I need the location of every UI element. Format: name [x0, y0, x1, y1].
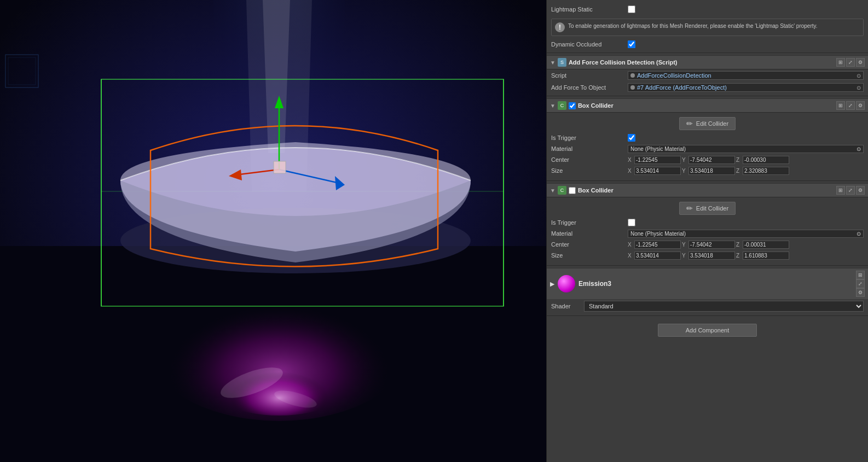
box1-size-y-input[interactable] — [688, 167, 735, 175]
add-force-script-header[interactable]: ▼ S Add Force Collision Detection (Scrip… — [547, 55, 868, 69]
box1-center-y-input[interactable] — [688, 156, 735, 164]
box2-enabled-checkbox[interactable] — [569, 187, 576, 194]
shader-label: Shader — [551, 303, 584, 309]
box2-center-xyz: X Y Z — [628, 241, 864, 249]
box2-material-dropdown[interactable]: None (Physic Material) ⊙ — [628, 230, 864, 238]
box1-center-xyz: X Y Z — [628, 156, 864, 164]
emission3-settings-btn[interactable]: ⚙ — [856, 288, 865, 297]
emission3-title: Emission3 — [578, 280, 853, 288]
box1-material-settings[interactable]: ⊙ — [857, 146, 861, 152]
box1-collider-body: ✏ Edit Collider Is Trigger Material None… — [547, 113, 868, 178]
add-force-script-section: ▼ S Add Force Collision Detection (Scrip… — [547, 53, 868, 96]
box1-center-z-input[interactable] — [743, 156, 789, 164]
box2-size-x-label: X — [628, 253, 633, 259]
box2-size-y-input[interactable] — [688, 252, 735, 260]
box2-size-x-item: X — [628, 252, 681, 260]
script-header-buttons: ⊞ ⤢ ⚙ — [836, 58, 865, 67]
emission3-header-buttons: ⊞ ⤢ ⚙ — [856, 271, 865, 297]
box2-size-row: Size X Y Z — [547, 250, 868, 261]
box2-size-y-label: Y — [682, 253, 687, 259]
box-collider-2-title: Box Collider — [578, 187, 834, 194]
box1-settings-btn[interactable]: ⚙ — [856, 101, 865, 110]
box1-is-trigger-checkbox[interactable] — [628, 134, 635, 142]
box1-size-label: Size — [551, 167, 628, 174]
box1-enabled-checkbox[interactable] — [569, 102, 576, 109]
box1-material-label: Material — [551, 145, 628, 152]
script-dot — [630, 73, 635, 78]
add-force-dot — [630, 85, 635, 90]
emission3-save-btn[interactable]: ⊞ — [856, 271, 865, 279]
box1-size-z-label: Z — [736, 168, 742, 174]
box2-center-z-label: Z — [736, 242, 742, 248]
box1-edit-collider-btn[interactable]: ✏ Edit Collider — [679, 117, 736, 130]
emission3-collapse-arrow[interactable]: ▶ — [550, 280, 554, 288]
pencil-icon-1: ✏ — [686, 119, 693, 128]
box1-center-x-input[interactable] — [634, 156, 681, 164]
box1-edit-label: Edit Collider — [696, 120, 728, 127]
box2-is-trigger-row: Is Trigger — [547, 217, 868, 228]
box2-edit-collider-btn[interactable]: ✏ Edit Collider — [679, 202, 736, 215]
add-force-settings-cross[interactable]: ⊙ — [857, 85, 861, 91]
box1-size-z-input[interactable] — [743, 167, 789, 175]
emission3-header[interactable]: ▶ Emission3 ⊞ ⤢ ⚙ — [547, 268, 868, 299]
box2-center-y-item: Y — [682, 241, 735, 249]
box2-center-z-input[interactable] — [743, 241, 789, 249]
box2-save-btn[interactable]: ⊞ — [836, 186, 845, 195]
add-force-value-field[interactable]: #7 AddForce (AddForceToObject) ⊙ — [628, 83, 864, 92]
shader-dropdown[interactable]: Standard — [584, 301, 864, 312]
box2-expand-btn[interactable]: ⤢ — [846, 186, 855, 195]
box2-settings-btn[interactable]: ⚙ — [856, 186, 865, 195]
box2-center-row: Center X Y Z — [547, 239, 868, 250]
box2-is-trigger-checkbox[interactable] — [628, 219, 635, 226]
box1-center-x-label: X — [628, 157, 633, 163]
box1-material-row: Material None (Physic Material) ⊙ — [547, 143, 868, 154]
box2-edit-collider-row: ✏ Edit Collider — [547, 200, 868, 217]
box2-collider-icon: C — [558, 186, 566, 195]
info-icon: ! — [555, 22, 565, 32]
script-expand-btn[interactable]: ⤢ — [846, 58, 855, 67]
box1-center-y-item: Y — [682, 156, 735, 164]
box1-collapse-arrow[interactable]: ▼ — [550, 103, 555, 109]
script-settings-cross[interactable]: ⊙ — [857, 73, 861, 79]
box1-size-row: Size X Y Z — [547, 165, 868, 176]
lightmap-static-checkbox[interactable] — [628, 5, 635, 13]
dynamic-occluded-checkbox[interactable] — [628, 40, 635, 48]
box1-save-btn[interactable]: ⊞ — [836, 101, 845, 110]
box-collider-2-header[interactable]: ▼ C Box Collider ⊞ ⤢ ⚙ — [547, 183, 868, 197]
box2-header-buttons: ⊞ ⤢ ⚙ — [836, 186, 865, 195]
box2-center-y-label: Y — [682, 242, 687, 248]
box2-size-z-input[interactable] — [743, 252, 789, 260]
lightmap-static-section: Lightmap Static ! To enable generation o… — [547, 0, 868, 53]
box1-center-z-label: Z — [736, 157, 742, 163]
box2-center-y-input[interactable] — [688, 241, 735, 249]
pencil-icon-2: ✏ — [686, 204, 693, 213]
dynamic-occluded-row: Dynamic Occluded — [547, 38, 868, 50]
lightmap-static-label: Lightmap Static — [551, 6, 628, 13]
scene-viewport — [0, 0, 546, 462]
box2-size-z-item: Z — [736, 252, 789, 260]
box2-size-y-item: Y — [682, 252, 735, 260]
script-value-field[interactable]: AddForceCollisionDetection ⊙ — [628, 71, 864, 80]
script-value-text: AddForceCollisionDetection — [637, 72, 711, 79]
box1-collider-icon: C — [558, 101, 566, 110]
box2-center-label: Center — [551, 241, 628, 248]
box-collider-1-header[interactable]: ▼ C Box Collider ⊞ ⤢ ⚙ — [547, 98, 868, 113]
add-component-button[interactable]: Add Component — [658, 324, 757, 337]
script-settings-btn[interactable]: ⚙ — [856, 58, 865, 67]
box1-size-x-input[interactable] — [634, 167, 681, 175]
emission3-expand-btn[interactable]: ⤢ — [856, 279, 865, 288]
box2-material-settings[interactable]: ⊙ — [857, 231, 861, 237]
box2-center-x-input[interactable] — [634, 241, 681, 249]
box-collider-1-title: Box Collider — [578, 102, 834, 109]
box1-size-xyz: X Y Z — [628, 167, 864, 175]
script-label: Script — [551, 72, 628, 79]
box1-material-dropdown[interactable]: None (Physic Material) ⊙ — [628, 145, 864, 153]
box2-size-x-input[interactable] — [634, 252, 681, 260]
box1-is-trigger-label: Is Trigger — [551, 134, 628, 141]
add-force-value-text: #7 AddForce (AddForceToObject) — [637, 84, 727, 91]
box1-expand-btn[interactable]: ⤢ — [846, 101, 855, 110]
collapse-arrow[interactable]: ▼ — [550, 60, 555, 66]
box1-edit-collider-row: ✏ Edit Collider — [547, 115, 868, 132]
box2-collapse-arrow[interactable]: ▼ — [550, 188, 555, 194]
script-save-btn[interactable]: ⊞ — [836, 58, 845, 67]
